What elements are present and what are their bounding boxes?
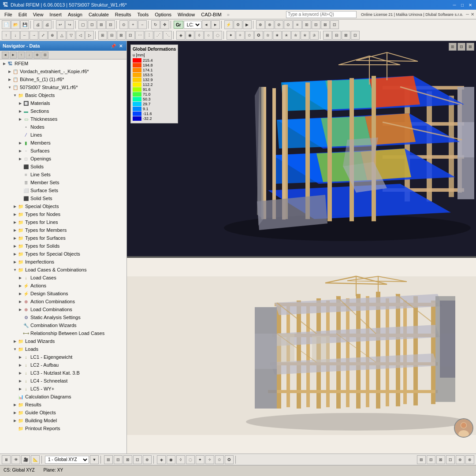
tree-item-types_members[interactable]: 📁Types for Members xyxy=(0,226,126,234)
minimize-button[interactable]: ─ xyxy=(451,2,457,8)
tree-arrow-main_file[interactable] xyxy=(7,85,12,90)
tb2-30[interactable]: ✭ xyxy=(282,31,291,40)
tree-arrow-types_solids[interactable] xyxy=(12,243,18,249)
search-input[interactable] xyxy=(286,11,357,18)
bt-snap8[interactable]: ✪ xyxy=(225,455,234,464)
tree-item-calc_diagrams[interactable]: 📊Calculation Diagrams xyxy=(0,393,126,401)
tree-item-load_wizards[interactable]: 📁Load Wizards xyxy=(0,337,126,345)
tb-save[interactable]: 💾 xyxy=(20,20,29,29)
tree-item-building_model[interactable]: 📁Building Model xyxy=(0,416,126,424)
tb-open[interactable]: 📂 xyxy=(11,20,20,29)
tb2-35[interactable]: ⊟ xyxy=(332,31,341,40)
bt-disp4[interactable]: ⊡ xyxy=(446,455,455,464)
tb-calc1[interactable]: ⚡ xyxy=(224,20,233,29)
tree-item-materials[interactable]: 🔲Materials xyxy=(0,99,126,107)
tree-arrow-guide_objects[interactable] xyxy=(12,410,18,415)
tree-item-lc4[interactable]: ↓LC4 - Schneelast xyxy=(0,377,126,385)
tb2-26[interactable]: ✩ xyxy=(245,31,254,40)
tree-item-sections[interactable]: ▬Sections xyxy=(0,107,126,115)
tb-extra1[interactable]: ⊕ xyxy=(256,20,265,29)
bt-view1[interactable]: ⊞ xyxy=(104,455,113,464)
tb-undo[interactable]: ↩ xyxy=(56,20,65,29)
tb2-31[interactable]: ✮ xyxy=(291,31,300,40)
tb2-11[interactable]: ⊞ xyxy=(98,31,107,40)
tree-arrow-buhne[interactable] xyxy=(7,77,12,82)
nav-sub-btn-3[interactable]: ↑ xyxy=(18,52,25,59)
tb-rotate[interactable]: ↻ xyxy=(151,20,160,29)
nav-sub-btn-5[interactable]: ⊕ xyxy=(33,52,41,59)
menu-options[interactable]: Options xyxy=(152,11,174,18)
tree-arrow-lc3[interactable] xyxy=(18,370,23,376)
tb2-14[interactable]: ⊡ xyxy=(126,31,135,40)
tb-redo[interactable]: ↪ xyxy=(65,20,74,29)
tree-item-guide_objects[interactable]: 📁Guide Objects xyxy=(0,409,126,416)
bt-view2[interactable]: ⊟ xyxy=(114,455,123,464)
tree-item-basic_objects[interactable]: 📁Basic Objects xyxy=(0,91,126,99)
tree-arrow-loads[interactable] xyxy=(12,346,18,352)
tree-arrow-thicknesses[interactable] xyxy=(18,116,23,122)
bt-icon3[interactable]: 🎥 xyxy=(21,455,30,464)
close-button[interactable]: ✕ xyxy=(467,2,473,8)
menu-assign[interactable]: Assign xyxy=(65,11,85,18)
tree-arrow-vordach[interactable] xyxy=(7,69,12,74)
tree-item-lc3[interactable]: ↓LC3 - Nutzlast Kat. 3.B xyxy=(0,369,126,377)
tree-arrow-results[interactable] xyxy=(12,402,18,407)
tree-item-load_cases[interactable]: ↓Load Cases xyxy=(0,274,126,282)
bt-view5[interactable]: ⊕ xyxy=(143,455,152,464)
tree-item-load_cases_combo[interactable]: 📁Load Cases & Combinations xyxy=(0,266,126,274)
tree-arrow-lc1[interactable] xyxy=(18,354,23,360)
menu-tools[interactable]: Tools xyxy=(134,11,151,18)
tb2-21[interactable]: ◊ xyxy=(195,31,204,40)
tb2-22[interactable]: ○ xyxy=(204,31,213,40)
tree-arrow-surfaces[interactable] xyxy=(18,148,23,153)
tb2-28[interactable]: ✫ xyxy=(264,31,272,40)
tb2-12[interactable]: ⊟ xyxy=(108,31,116,40)
tb2-18[interactable]: ⋱ xyxy=(163,31,172,40)
tree-item-results[interactable]: 📁Results xyxy=(0,401,126,409)
tb2-36[interactable]: ⊠ xyxy=(342,31,350,40)
menu-view[interactable]: View xyxy=(30,11,46,18)
tree-item-design_situations[interactable]: ⚡Design Situations xyxy=(0,290,126,298)
tree-item-buhne[interactable]: 📋Bühne_5_(1) (1).rf6* xyxy=(0,75,126,83)
bt-disp1[interactable]: ⊞ xyxy=(417,455,426,464)
tb2-6[interactable]: ⊕ xyxy=(48,31,57,40)
tree-arrow-lc2[interactable] xyxy=(18,362,23,368)
tree-arrow-lc5[interactable] xyxy=(18,386,23,391)
menu-edit[interactable]: Edit xyxy=(16,11,30,18)
tree-arrow-types_members[interactable] xyxy=(12,227,18,233)
viewport-bottom[interactable] xyxy=(127,258,476,454)
tree-arrow-types_special[interactable] xyxy=(12,251,18,257)
tb2-32[interactable]: ✯ xyxy=(301,31,309,40)
tree-arrow-types_lines[interactable] xyxy=(12,219,18,225)
tree-arrow-sections[interactable] xyxy=(18,108,23,114)
bt-view-expand[interactable]: ▼ xyxy=(90,455,99,464)
tree-item-member_sets[interactable]: ≣Member Sets xyxy=(0,178,126,186)
menu-file[interactable]: File xyxy=(2,11,15,18)
bt-disp2[interactable]: ⊟ xyxy=(427,455,435,464)
tree-item-loads[interactable]: 📁Loads xyxy=(0,345,126,353)
bt-snap3[interactable]: ◊ xyxy=(176,455,185,464)
tb-new[interactable]: 📄 xyxy=(2,20,11,29)
tree-arrow-load_wizards[interactable] xyxy=(12,338,18,344)
tb2-17[interactable]: ⋰ xyxy=(154,31,163,40)
tb-pan[interactable]: ✥ xyxy=(160,20,169,29)
tree-item-line_sets[interactable]: ≡Line Sets xyxy=(0,171,126,178)
bt-view-dropdown[interactable]: 1 - Global XYZ xyxy=(45,456,89,464)
tree-arrow-load_cases[interactable] xyxy=(18,275,23,280)
tree-item-lc5[interactable]: ↓LC5 - WY+ xyxy=(0,385,126,393)
tb-extra3[interactable]: ⊘ xyxy=(275,20,283,29)
tree-item-surface_sets[interactable]: ⬜Surface Sets xyxy=(0,186,126,194)
model-svg-bottom[interactable] xyxy=(127,258,476,454)
bt-icon2[interactable]: 👁 xyxy=(11,455,20,464)
tree-item-thicknesses[interactable]: ▭Thicknesses xyxy=(0,115,126,123)
tree-item-printout[interactable]: 📁Printout Reports xyxy=(0,424,126,432)
tb2-24[interactable]: ✦ xyxy=(227,31,235,40)
nav-sub-btn-1[interactable]: ◄ xyxy=(2,52,9,59)
nav-sub-btn-2[interactable]: ► xyxy=(10,52,17,59)
tree-item-members[interactable]: ▮Members xyxy=(0,139,126,147)
nav-sub-btn-6[interactable]: ⊟ xyxy=(41,52,48,59)
model-svg-top[interactable] xyxy=(127,41,476,256)
tree-item-vordach[interactable]: 📋Vordach_extrahiert_-_Kopie.rf6* xyxy=(0,67,126,75)
tree-arrow-rfem[interactable] xyxy=(2,61,7,66)
tree-arrow-action_combinations[interactable] xyxy=(18,299,23,304)
